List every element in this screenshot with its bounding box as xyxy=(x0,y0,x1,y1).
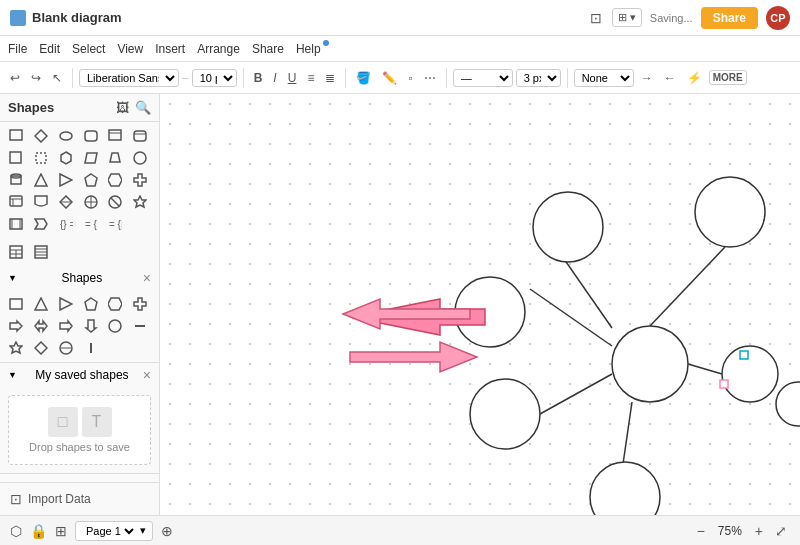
present-icon[interactable]: ⊡ xyxy=(588,8,604,28)
arrow-left-btn[interactable]: ← xyxy=(660,69,680,87)
sub-star[interactable] xyxy=(6,338,26,358)
shape-rect3[interactable] xyxy=(6,148,26,168)
shape-rect2[interactable] xyxy=(105,126,125,146)
format-button[interactable]: ≣ xyxy=(321,69,339,87)
menu-file[interactable]: File xyxy=(8,42,27,56)
sub-line[interactable] xyxy=(130,316,150,336)
undo-button[interactable]: ↩ xyxy=(6,69,24,87)
search-shapes-icon[interactable]: 🔍 xyxy=(135,100,151,115)
sub-down-arrow[interactable] xyxy=(81,316,101,336)
italic-button[interactable]: I xyxy=(269,69,280,87)
shape-diamond2[interactable] xyxy=(56,192,76,212)
waypoint-btn[interactable]: ⚡ xyxy=(683,69,706,87)
sub-plus[interactable] xyxy=(130,294,150,314)
sub-hex[interactable] xyxy=(105,294,125,314)
shape-rect[interactable] xyxy=(6,126,26,146)
shape-rounded-rect[interactable] xyxy=(81,126,101,146)
line-width-select[interactable]: 3 px xyxy=(516,69,561,87)
shape-ellipse[interactable] xyxy=(56,126,76,146)
line-color-btn[interactable]: ✏️ xyxy=(378,69,401,87)
shape-para[interactable] xyxy=(81,148,101,168)
menu-share[interactable]: Share xyxy=(252,42,284,56)
extras-btn[interactable]: ⊞ ▾ xyxy=(612,8,642,27)
add-page-icon[interactable]: ⊕ xyxy=(161,523,173,539)
shadow-btn[interactable]: ▫ xyxy=(404,69,416,87)
zoom-out-button[interactable]: − xyxy=(694,522,708,540)
shape-cross[interactable] xyxy=(130,170,150,190)
shapes-section-header[interactable]: ▼ Shapes × xyxy=(0,266,159,290)
underline-button[interactable]: U xyxy=(284,69,301,87)
sub-rtriangle[interactable] xyxy=(56,294,76,314)
font-size-select[interactable]: 10 pt xyxy=(192,69,237,87)
shape-hexagon[interactable] xyxy=(56,148,76,168)
shape-chevron[interactable] xyxy=(31,214,51,234)
fit-page-button[interactable]: ⤢ xyxy=(772,522,790,540)
fill-color-btn[interactable]: 🪣 xyxy=(352,69,375,87)
shape-code[interactable]: {} = xyxy=(56,214,76,234)
shape-lines[interactable]: = {| xyxy=(105,214,125,234)
shape-cyl[interactable] xyxy=(6,170,26,190)
shape-table[interactable] xyxy=(6,242,26,262)
svg-line-64 xyxy=(650,247,725,326)
shape-triangle[interactable] xyxy=(31,170,51,190)
bold-button[interactable]: B xyxy=(250,69,267,87)
layers-icon[interactable]: ⬡ xyxy=(10,523,22,539)
svg-rect-4 xyxy=(109,130,121,140)
menu-insert[interactable]: Insert xyxy=(155,42,185,56)
shape-forbid[interactable] xyxy=(105,192,125,212)
import-data-button[interactable]: ⊡ Import Data xyxy=(0,482,159,515)
shape-rect4[interactable] xyxy=(31,148,51,168)
more-button[interactable]: MORE xyxy=(709,70,747,85)
saved-shapes-dropzone[interactable]: □ T Drop shapes to save xyxy=(8,395,151,465)
more-styles-btn[interactable]: ⋯ xyxy=(420,69,440,87)
shape-hex2[interactable] xyxy=(105,170,125,190)
sub-pentagon[interactable] xyxy=(81,294,101,314)
saved-section-close[interactable]: × xyxy=(143,367,151,383)
shapes-section-close[interactable]: × xyxy=(143,270,151,286)
sub-triangle[interactable] xyxy=(31,294,51,314)
menu-arrange[interactable]: Arrange xyxy=(197,42,240,56)
redo-button[interactable]: ↪ xyxy=(27,69,45,87)
shape-doc[interactable] xyxy=(31,192,51,212)
image-icon[interactable]: 🖼 xyxy=(116,100,129,115)
zoom-in-button[interactable]: + xyxy=(752,522,766,540)
shape-star[interactable] xyxy=(130,192,150,212)
title-bar: Blank diagram ⊡ ⊞ ▾ Saving... Share CP xyxy=(0,0,800,36)
conn-style-select[interactable]: — xyxy=(453,69,513,87)
lock-icon[interactable]: 🔒 xyxy=(30,523,47,539)
shape-pentagon[interactable] xyxy=(81,170,101,190)
menu-help[interactable]: Help xyxy=(296,42,321,56)
sub-circle2[interactable] xyxy=(105,316,125,336)
shape-circle-x[interactable] xyxy=(81,192,101,212)
share-button[interactable]: Share xyxy=(701,7,758,29)
shape-rounded2[interactable] xyxy=(130,126,150,146)
grid-icon[interactable]: ⊞ xyxy=(55,523,67,539)
cursor-tool[interactable]: ↖ xyxy=(48,69,66,87)
shape-rtriangle[interactable] xyxy=(56,170,76,190)
sub-arrows2[interactable] xyxy=(31,316,51,336)
arrow-right-btn[interactable]: → xyxy=(637,69,657,87)
shape-process[interactable] xyxy=(6,214,26,234)
saved-section-header[interactable]: ▼ My saved shapes × xyxy=(0,363,159,387)
shape-bracket[interactable]: = { xyxy=(81,214,101,234)
menu-select[interactable]: Select xyxy=(72,42,105,56)
canvas[interactable] xyxy=(160,94,800,515)
shape-list[interactable] xyxy=(31,242,51,262)
shape-rect5[interactable] xyxy=(6,192,26,212)
sub-rect[interactable] xyxy=(6,294,26,314)
shape-circle[interactable] xyxy=(130,148,150,168)
font-family-select[interactable]: Liberation Sans xyxy=(79,69,179,87)
conn-end-select[interactable]: None xyxy=(574,69,634,87)
shape-diamond[interactable] xyxy=(31,126,51,146)
page-tab[interactable]: Page 1 ▾ xyxy=(75,521,153,541)
menu-view[interactable]: View xyxy=(117,42,143,56)
page-select[interactable]: Page 1 xyxy=(82,524,137,538)
sub-arrows[interactable] xyxy=(6,316,26,336)
sub-circle3[interactable] xyxy=(56,338,76,358)
menu-edit[interactable]: Edit xyxy=(39,42,60,56)
sub-vline[interactable] xyxy=(81,338,101,358)
align-button[interactable]: ≡ xyxy=(303,69,318,87)
sub-diamond2[interactable] xyxy=(31,338,51,358)
sub-right-arrow[interactable] xyxy=(56,316,76,336)
shape-trap[interactable] xyxy=(105,148,125,168)
